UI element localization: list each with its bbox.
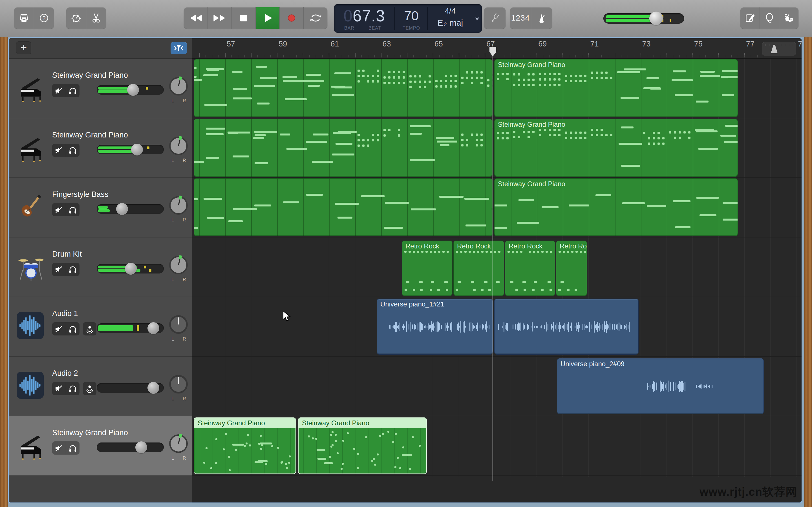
note-pad-button[interactable]: [741, 7, 760, 29]
input-monitoring-button[interactable]: [83, 382, 96, 395]
track-lane-2[interactable]: Steinway Grand Piano: [192, 118, 802, 178]
region-steinway-grand-piano[interactable]: Steinway Grand Piano: [494, 178, 738, 236]
region-clip[interactable]: [494, 298, 639, 355]
track-lane-4[interactable]: Retro RockRetro RockRetro RockRetro Ro: [192, 237, 802, 297]
ruler-beat-tick: [718, 55, 719, 57]
pan-knob[interactable]: LR: [167, 313, 190, 342]
volume-knob[interactable]: [135, 441, 147, 453]
count-in-button[interactable]: 1234: [510, 7, 531, 29]
play-button[interactable]: [255, 7, 280, 29]
track-lane-5[interactable]: Universe piano_1#21: [192, 297, 802, 356]
region-universe-piano-1-21[interactable]: Universe piano_1#21: [377, 298, 493, 355]
region-steinway-grand-piano[interactable]: Steinway Grand Piano: [298, 417, 427, 474]
region-steinway-grand-piano[interactable]: Steinway Grand Piano: [494, 119, 738, 177]
track-lane-7[interactable]: Steinway Grand PianoSteinway Grand Piano: [192, 416, 802, 476]
volume-slider[interactable]: [97, 443, 164, 452]
stop-button[interactable]: [232, 7, 255, 29]
lcd-key-section[interactable]: 4/4 E♭ maj: [428, 4, 472, 33]
solo-button[interactable]: [66, 441, 80, 455]
track-lane-6[interactable]: Universe piano_2#09: [192, 356, 802, 416]
media-browser-button[interactable]: [779, 7, 799, 29]
pan-knob[interactable]: LR: [167, 74, 190, 104]
solo-button[interactable]: [66, 144, 80, 157]
volume-slider[interactable]: [97, 323, 164, 333]
library-button[interactable]: [14, 7, 34, 29]
mute-button[interactable]: [52, 382, 66, 395]
solo-button[interactable]: [66, 382, 80, 395]
lcd-position-section[interactable]: 067.3 BAR BEAT: [334, 4, 395, 33]
fast-forward-button[interactable]: [207, 7, 232, 29]
lcd-tempo-section[interactable]: 70 TEMPO: [395, 4, 427, 33]
catch-playhead-button[interactable]: [170, 42, 187, 54]
playhead[interactable]: [493, 47, 493, 482]
volume-slider[interactable]: [97, 383, 164, 393]
mute-button[interactable]: [52, 144, 66, 157]
track-header-3[interactable]: Fingerstyle BassLR: [9, 178, 192, 237]
region-steinway-grand-piano[interactable]: Steinway Grand Piano: [494, 59, 738, 117]
midi-note: [409, 75, 412, 77]
solo-button[interactable]: [66, 263, 80, 276]
pan-knob[interactable]: LR: [167, 432, 190, 461]
volume-knob[interactable]: [127, 84, 139, 96]
volume-knob[interactable]: [147, 322, 159, 334]
region-retro-rock[interactable]: Retro Rock: [453, 240, 504, 296]
master-volume-knob[interactable]: [649, 11, 663, 25]
pan-knob[interactable]: LR: [167, 253, 190, 283]
region-clip[interactable]: [194, 119, 493, 177]
lcd-disclosure[interactable]: [472, 4, 482, 33]
solo-button[interactable]: [66, 203, 80, 216]
track-header-5[interactable]: Audio 1LR: [9, 297, 192, 356]
tuner-button[interactable]: [484, 7, 506, 29]
volume-knob[interactable]: [147, 382, 159, 394]
zoom-slider[interactable]: [762, 42, 796, 55]
volume-slider[interactable]: [97, 264, 164, 274]
region-retro-rock[interactable]: Retro Rock: [402, 240, 453, 296]
smart-controls-button[interactable]: [66, 7, 86, 29]
record-button[interactable]: [280, 7, 303, 29]
region-steinway-grand-piano[interactable]: Steinway Grand Piano: [194, 417, 296, 474]
track-lane-3[interactable]: Steinway Grand Piano: [192, 178, 802, 237]
track-header-6[interactable]: Audio 2LR: [9, 356, 192, 416]
volume-knob[interactable]: [131, 144, 143, 156]
pan-knob[interactable]: LR: [167, 372, 190, 402]
mute-button[interactable]: [52, 322, 66, 335]
solo-button[interactable]: [66, 84, 80, 97]
lcd-display[interactable]: 067.3 BAR BEAT 70 TEMPO 4/4 E♭ maj: [334, 4, 482, 33]
metronome-button[interactable]: [531, 7, 552, 29]
region-clip[interactable]: [194, 59, 493, 117]
loop-browser-button[interactable]: [760, 7, 779, 29]
solo-button[interactable]: [66, 322, 80, 335]
rewind-button[interactable]: [184, 7, 207, 29]
volume-knob[interactable]: [125, 263, 137, 275]
pan-knob[interactable]: LR: [167, 193, 190, 223]
track-header-1[interactable]: Steinway Grand PianoLR: [9, 59, 192, 118]
volume-slider[interactable]: [97, 145, 164, 154]
region-clip[interactable]: [194, 178, 493, 236]
track-header-7[interactable]: Steinway Grand PianoLR: [9, 416, 192, 476]
volume-slider[interactable]: [97, 204, 164, 214]
region-universe-piano-2-09[interactable]: Universe piano_2#09: [557, 358, 764, 414]
editors-button[interactable]: [86, 7, 106, 29]
volume-slider[interactable]: [97, 85, 164, 95]
ruler-beat-tick: [530, 55, 530, 57]
master-volume-slider[interactable]: [603, 13, 684, 24]
mute-button[interactable]: [52, 441, 66, 455]
bar-ruler[interactable]: 575961636567697173757779: [192, 38, 802, 59]
midi-note: [372, 75, 374, 77]
mute-button[interactable]: [52, 84, 66, 97]
input-monitoring-button[interactable]: [83, 322, 96, 335]
mute-button[interactable]: [52, 263, 66, 276]
add-track-button[interactable]: +: [16, 41, 31, 54]
mute-button[interactable]: [52, 203, 66, 216]
volume-knob[interactable]: [116, 203, 128, 215]
quick-help-button[interactable]: ?: [34, 7, 54, 29]
track-lane-1[interactable]: Steinway Grand Piano: [192, 59, 802, 118]
track-header-2[interactable]: Steinway Grand PianoLR: [9, 118, 192, 178]
region-retro-rock[interactable]: Retro Rock: [505, 240, 555, 296]
timeline-area[interactable]: 575961636567697173757779 Steinway Grand …: [192, 38, 802, 503]
cycle-button[interactable]: [303, 7, 327, 29]
pan-knob[interactable]: LR: [167, 134, 190, 163]
zoom-slider-handle[interactable]: [771, 45, 777, 53]
track-header-4[interactable]: Drum KitLR: [9, 237, 192, 297]
region-retro-ro[interactable]: Retro Ro: [556, 240, 587, 296]
